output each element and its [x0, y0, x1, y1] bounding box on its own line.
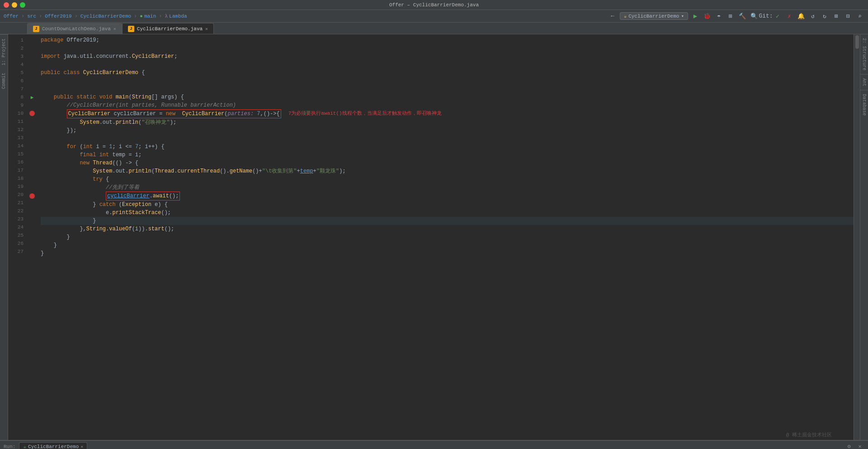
code-line-1: package Offer2019;	[41, 36, 854, 44]
code-editor[interactable]: package Offer2019; import java.util.conc…	[37, 34, 854, 440]
back-button[interactable]: ←	[608, 12, 617, 21]
run-config-selector[interactable]: ☕ CyclicBarrierDemo ▾	[620, 12, 688, 20]
panel-close-icon[interactable]: ✕	[855, 442, 864, 449]
java-file-icon-active: J	[128, 26, 134, 32]
run-config-label: CyclicBarrierDemo	[628, 14, 679, 19]
traffic-lights[interactable]	[4, 2, 25, 8]
git-label: Git:	[759, 13, 773, 19]
tab-countdownlatch[interactable]: J CountDownLatchDemo.java ✕	[27, 23, 122, 34]
coverage-button[interactable]: ☂	[714, 12, 723, 21]
settings-icon[interactable]: ⚙	[844, 442, 854, 449]
code-line-5: public class CyclicBarrierDemo {	[41, 69, 854, 77]
breadcrumb-offer[interactable]: Offer	[4, 14, 19, 19]
java-file-icon: J	[33, 26, 39, 32]
structure-tab[interactable]: 2: Structure	[860, 34, 868, 75]
code-line-4	[41, 61, 854, 69]
ant-tab[interactable]: Ant	[860, 75, 868, 90]
bottom-tab-bar: Run: ☕ CyclicBarrierDemo ✕ ⚙ ✕	[0, 441, 868, 449]
code-line-25: }	[41, 233, 854, 241]
debug-button[interactable]: 🐞	[703, 12, 712, 21]
undo-button[interactable]: ↺	[808, 12, 817, 21]
breadcrumb-cyclicbarrierdemo[interactable]: CyclicBarrierDemo	[80, 14, 131, 19]
code-line-12: });	[41, 126, 854, 135]
code-line-8: public static void main(String[] args) {	[41, 93, 854, 101]
code-line-18: try {	[41, 175, 854, 183]
code-line-9: //CyclicBarrier(int parties, Runnable ba…	[41, 101, 854, 109]
code-line-6	[41, 77, 854, 85]
right-edge-tabs: 2: Structure Ant Database	[860, 34, 868, 440]
code-line-10: CyclicBarrier cyclicBarrier = new Cyclic…	[41, 109, 854, 118]
breadcrumb-offer2019[interactable]: Offer2019	[45, 14, 71, 19]
code-line-24: },String.valueOf(i)).start();	[41, 225, 854, 233]
code-line-2	[41, 44, 854, 52]
run-button[interactable]: ▶	[691, 12, 700, 21]
breakpoint-20[interactable]	[29, 193, 35, 199]
redo-button[interactable]: ↻	[820, 12, 829, 21]
maximize-button[interactable]	[20, 2, 25, 8]
breadcrumb-main[interactable]: main	[144, 14, 156, 19]
code-line-14: for (int i = 1; i <= 7; i++) {	[41, 143, 854, 151]
line-numbers: 12345 678910 1112131415 1617181920 21222…	[8, 34, 27, 440]
database-tab[interactable]: Database	[860, 90, 868, 119]
breakpoint-10[interactable]	[29, 111, 35, 116]
breadcrumb-src[interactable]: src	[27, 14, 36, 19]
code-line-27: }	[41, 249, 854, 257]
toolbar: Offer › src › Offer2019 › CyclicBarrierD…	[0, 10, 868, 23]
toolbar-right: ← ☕ CyclicBarrierDemo ▾ ▶ 🐞 ☂ ⊞ 🔨 🔍 Git:…	[608, 12, 864, 21]
code-line-17: System.out.println(Thread.currentThread(…	[41, 167, 854, 175]
run-label: Run:	[4, 444, 15, 449]
gutter: ▶	[27, 34, 37, 440]
breadcrumb-lambda[interactable]: Lambda	[169, 14, 187, 19]
breadcrumb: Offer › src › Offer2019 › CyclicBarrierD…	[4, 13, 187, 19]
minimize-button[interactable]	[12, 2, 17, 8]
project-tab[interactable]: 1: Project	[0, 34, 8, 69]
tab-countdownlatch-close[interactable]: ✕	[113, 26, 116, 32]
run-gutter-arrow[interactable]: ▶	[31, 94, 34, 100]
profile-button[interactable]: ⊞	[726, 12, 735, 21]
scrollbar-thumb	[855, 35, 859, 49]
checkmark-button[interactable]: ✓	[773, 12, 782, 21]
commit-tab[interactable]: Commit	[0, 69, 8, 93]
code-line-11: System.out.println("召唤神龙");	[41, 118, 854, 126]
tab-cyclicbarrier[interactable]: J CyclicBarrierDemo.java ✕	[122, 23, 214, 34]
build-button[interactable]: 🔨	[738, 12, 747, 21]
code-line-23: }	[41, 217, 854, 225]
code-line-16: new Thread(() -> {	[41, 159, 854, 167]
search2-button[interactable]: ⌕	[855, 12, 864, 21]
terminal-button[interactable]: ⊟	[844, 12, 853, 21]
run-tab-close[interactable]: ✕	[80, 444, 83, 449]
cross-button[interactable]: ✗	[785, 12, 794, 21]
run-tab-label: CyclicBarrierDemo	[28, 444, 79, 449]
title-bar: Offer – CyclicBarrierDemo.java	[0, 0, 868, 10]
notification-button[interactable]: 🔔	[797, 12, 806, 21]
watermark: @ 稀土掘金技术社区	[786, 431, 832, 438]
run-tab[interactable]: ☕ CyclicBarrierDemo ✕	[19, 442, 87, 449]
annotation-line10: 7为必须要执行await()线程个数，当满足后才触发动作，即召唤神龙	[288, 109, 442, 117]
code-line-15: final int temp = i;	[41, 151, 854, 159]
code-line-21: } catch (Exception e) {	[41, 201, 854, 209]
tab-countdownlatch-label: CountDownLatchDemo.java	[42, 26, 111, 32]
git-button[interactable]: Git:	[761, 12, 770, 21]
code-line-22: e.printStackTrace();	[41, 209, 854, 217]
code-line-3: import java.util.concurrent.CyclicBarrie…	[41, 52, 854, 61]
search-button[interactable]: 🔍	[750, 12, 759, 21]
code-line-19: //先到了等着	[41, 183, 854, 192]
code-line-7	[41, 85, 854, 93]
code-line-13	[41, 135, 854, 143]
tab-cyclicbarrier-close[interactable]: ✕	[205, 26, 208, 32]
bottom-toolbar-right: ⚙ ✕	[844, 442, 864, 449]
code-line-20: cyclicBarrier.await();	[41, 192, 854, 201]
bottom-panel: Run: ☕ CyclicBarrierDemo ✕ ⚙ ✕ ▶ ■ ↺ ⤓ ↵…	[0, 440, 868, 449]
tab-cyclicbarrier-label: CyclicBarrierDemo.java	[137, 26, 203, 32]
tab-bar: J CountDownLatchDemo.java ✕ J CyclicBarr…	[0, 23, 868, 34]
close-button[interactable]	[4, 2, 9, 8]
editor-scrollbar[interactable]	[854, 34, 860, 440]
window-title: Offer – CyclicBarrierDemo.java	[389, 2, 479, 8]
left-edge-tabs: 1: Project Commit	[0, 34, 8, 440]
layout-button[interactable]: ⊞	[832, 12, 841, 21]
code-line-26: }	[41, 241, 854, 249]
